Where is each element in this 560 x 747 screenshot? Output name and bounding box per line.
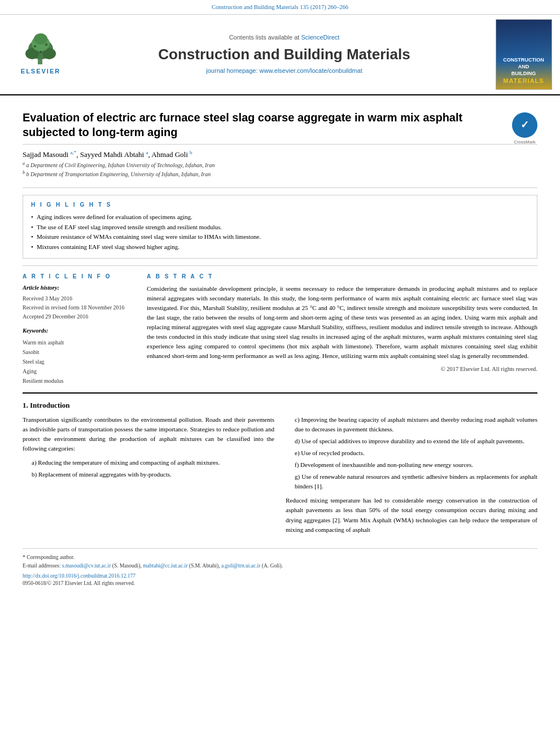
journal-citation: Construction and Building Materials 135 … bbox=[212, 4, 348, 10]
author-sup-a2: a bbox=[146, 150, 148, 155]
article-info-abstract-section: A R T I C L E I N F O Article history: R… bbox=[23, 273, 537, 386]
keyword-5: Resilient modulus bbox=[23, 376, 135, 386]
intro-left-col: Transportation significantly contributes… bbox=[23, 415, 274, 539]
authors-section: Sajjad Masoudi a,*, Sayyed Mahdi Abtahi … bbox=[23, 145, 537, 181]
issn-line: 0950-0618/© 2017 Elsevier Ltd. All right… bbox=[23, 580, 537, 587]
highlight-item-2: The use of EAF steel slag improved tensi… bbox=[31, 222, 529, 233]
journal-cover: Construction and Building MATERIALS bbox=[496, 19, 552, 90]
intro-list-b: b) Replacement of mineral aggregates wit… bbox=[23, 470, 274, 479]
journal-title: Construction and Building Materials bbox=[158, 44, 410, 64]
article-title-section: Evaluation of electric arc furnace steel… bbox=[23, 104, 537, 145]
intro-reduced-para: Reduced mixing temperature has led to co… bbox=[286, 496, 537, 534]
introduction-two-col: Transportation significantly contributes… bbox=[23, 415, 537, 539]
keywords-section: Keywords: Warm mix asphalt Sasobit Steel… bbox=[23, 327, 135, 386]
main-content: Evaluation of electric arc furnace steel… bbox=[0, 95, 560, 597]
affiliation-a: a a Department of Civil Engineering, Isf… bbox=[23, 160, 537, 169]
footnote-area: * Corresponding author. E-mail addresses… bbox=[23, 548, 537, 588]
intro-list-e: e) Use of recycled products. bbox=[286, 448, 537, 458]
highlight-item-3: Moisture resistance of WMAs containing s… bbox=[31, 232, 529, 242]
highlight-item-1: Aging indices were defined for evaluatio… bbox=[31, 212, 529, 222]
abstract-header: A B S T R A C T bbox=[147, 273, 537, 281]
elsevier-wordmark: ELSEVIER bbox=[21, 67, 60, 76]
intro-list-g: g) Use of renewable natural resources an… bbox=[286, 472, 537, 491]
abstract-text: Considering the sustainable development … bbox=[147, 284, 537, 361]
affiliation-b: b b Department of Transportation Enginee… bbox=[23, 169, 537, 178]
sciencedirect-link[interactable]: ScienceDirect bbox=[301, 34, 339, 41]
intro-right-col: c) Improving the bearing capacity of asp… bbox=[286, 415, 537, 539]
intro-list-a: a) Reducing the temperature of mixing an… bbox=[23, 458, 274, 468]
svg-point-8 bbox=[40, 51, 42, 53]
keyword-2: Sasobit bbox=[23, 347, 135, 357]
author-sup-b: b bbox=[190, 150, 193, 155]
author-sup-a: a,* bbox=[71, 150, 77, 155]
article-info-column: A R T I C L E I N F O Article history: R… bbox=[23, 273, 135, 386]
article-info-header: A R T I C L E I N F O bbox=[23, 273, 135, 281]
cover-title: Construction and Building bbox=[503, 57, 544, 77]
article-title-area: Evaluation of electric arc furnace steel… bbox=[23, 110, 506, 139]
email3-link[interactable]: a.goli@trn.ui.ac.ir bbox=[221, 563, 260, 569]
email-addresses: E-mail addresses: s.masoudi@cv.iut.ac.ir… bbox=[23, 562, 537, 570]
doi-bar: Construction and Building Materials 135 … bbox=[0, 0, 560, 15]
divider-1 bbox=[23, 187, 537, 188]
introduction-title: 1. Introduction bbox=[23, 400, 537, 410]
intro-list-c: c) Improving the bearing capacity of asp… bbox=[286, 415, 537, 434]
cover-materials: MATERIALS bbox=[503, 77, 544, 85]
doi-footer[interactable]: http://dx.doi.org/10.1016/j.conbuildmat.… bbox=[23, 573, 537, 580]
keyword-4: Aging bbox=[23, 366, 135, 376]
journal-cover-image: Construction and Building MATERIALS bbox=[494, 19, 553, 90]
intro-list-f: f) Development of inexhaustible and non-… bbox=[286, 460, 537, 470]
elsevier-tree-icon bbox=[18, 32, 63, 66]
copyright-line: © 2017 Elsevier Ltd. All rights reserved… bbox=[147, 365, 537, 374]
article-history-header: Article history: bbox=[23, 284, 135, 292]
introduction-section: 1. Introduction Transportation significa… bbox=[23, 400, 537, 539]
highlight-item-4: Mixtures containing EAF steel slag showe… bbox=[31, 242, 529, 252]
divider-2 bbox=[23, 265, 537, 266]
received-date: Received 3 May 2016 bbox=[23, 294, 135, 303]
svg-point-5 bbox=[34, 33, 47, 45]
crossmark-label: CrossMark bbox=[512, 139, 537, 145]
svg-point-6 bbox=[34, 45, 36, 47]
journal-homepage: journal homepage: www.elsevier.com/locat… bbox=[206, 67, 362, 75]
keywords-header: Keywords: bbox=[23, 327, 135, 335]
elsevier-logo: ELSEVIER bbox=[18, 32, 63, 76]
crossmark-badge[interactable]: ✓ CrossMark bbox=[512, 112, 537, 138]
intro-list-d: d) Use of special additives to improve d… bbox=[286, 436, 537, 446]
intro-right-para: Reduced mixing temperature has led to co… bbox=[286, 496, 537, 534]
keyword-3: Steel slag bbox=[23, 357, 135, 366]
email1-link[interactable]: s.masoudi@cv.iut.ac.ir bbox=[62, 563, 111, 569]
article-title: Evaluation of electric arc furnace steel… bbox=[23, 110, 506, 139]
elsevier-logo-area: ELSEVIER bbox=[7, 19, 75, 90]
accepted-date: Accepted 29 December 2016 bbox=[23, 312, 135, 321]
revised-date: Received in revised form 18 November 201… bbox=[23, 303, 135, 312]
keyword-1: Warm mix asphalt bbox=[23, 338, 135, 347]
svg-point-7 bbox=[45, 43, 47, 46]
divider-thick bbox=[23, 392, 537, 394]
corresponding-note: * Corresponding author. bbox=[23, 553, 537, 562]
authors-line: Sajjad Masoudi a,*, Sayyed Mahdi Abtahi … bbox=[23, 149, 537, 160]
highlights-header: H I G H L I G H T S bbox=[31, 201, 529, 209]
crossmark-icon: ✓ bbox=[512, 112, 537, 138]
email2-link[interactable]: mabtahi@cc.iut.ac.ir bbox=[143, 563, 187, 569]
abstract-column: A B S T R A C T Considering the sustaina… bbox=[147, 273, 537, 386]
contents-available-line: Contents lists available at ScienceDirec… bbox=[229, 33, 340, 42]
journal-info-center: Contents lists available at ScienceDirec… bbox=[80, 19, 488, 90]
highlights-section: H I G H L I G H T S Aging indices were d… bbox=[23, 195, 537, 258]
journal-header: ELSEVIER Contents lists available at Sci… bbox=[0, 15, 560, 95]
intro-para-1: Transportation significantly contributes… bbox=[23, 415, 274, 453]
